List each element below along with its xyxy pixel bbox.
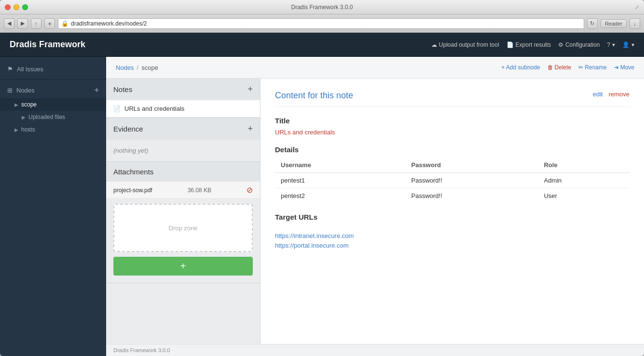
browser-window: Dradis Framework 3.0.0 ⤢ ◀ ▶ ↑ + 🔒 dradi… xyxy=(0,0,644,356)
back-button[interactable]: ◀ xyxy=(4,18,14,29)
export-label: Export results xyxy=(516,41,551,48)
drop-zone-label: Drop zone xyxy=(169,224,198,232)
app-body: ⚑ All issues ⊞ Nodes + ▶ scope xyxy=(0,57,644,356)
gear-icon: ⚙ xyxy=(558,41,563,48)
cell-username-1: pentest1 xyxy=(275,173,406,188)
refresh-button[interactable]: ↻ xyxy=(587,18,598,29)
content-pane: Nodes / scope + Add subnode 🗑 Delete ✏ R… xyxy=(106,57,644,356)
attachments-section-header[interactable]: Attachments xyxy=(106,162,260,182)
upload-btn[interactable]: + xyxy=(113,257,253,276)
breadcrumb-current: scope xyxy=(141,64,158,71)
app-brand: Dradis Framework xyxy=(10,40,422,50)
minimize-button[interactable] xyxy=(14,4,19,10)
sidebar-item-uploaded-files[interactable]: ▶ Uploaded files xyxy=(0,111,106,123)
note-item[interactable]: 📄 URLs and credentials xyxy=(106,100,260,118)
nodes-add-btn[interactable]: + xyxy=(95,86,99,94)
browser-toolbar: ◀ ▶ ↑ + 🔒 dradisframework.dev/nodes/2 ↻ … xyxy=(0,14,644,33)
export-icon: 📄 xyxy=(507,41,514,48)
ssl-icon: 🔒 xyxy=(61,20,69,27)
cell-role-1: Admin xyxy=(538,173,630,188)
note-edit-btn[interactable]: edit xyxy=(593,91,603,98)
maximize-button[interactable] xyxy=(22,4,28,10)
attachments-section: Attachments project-sow.pdf 36.08 KB ⊘ D… xyxy=(106,162,260,283)
title-label: Title xyxy=(275,117,630,125)
note-content-header: Content for this note edit remove xyxy=(275,91,630,107)
footer-label: Dradis Framework 3.0.0 xyxy=(113,347,170,353)
reader-button[interactable]: Reader xyxy=(601,19,627,28)
content-header: Nodes / scope + Add subnode 🗑 Delete ✏ R… xyxy=(106,57,644,79)
upload-icon: ☁ xyxy=(431,41,437,48)
note-header-actions: edit remove xyxy=(593,91,630,98)
target-urls-section: Target URLs https://intranet.insecure.co… xyxy=(275,213,630,249)
breadcrumb: Nodes / scope xyxy=(116,64,158,71)
app-navbar: Dradis Framework ☁ Upload output from to… xyxy=(0,33,644,57)
col-password: Password xyxy=(406,158,538,173)
cell-role-2: User xyxy=(538,188,630,204)
sidebar-hosts-label: hosts xyxy=(21,126,35,133)
app-footer: Dradis Framework 3.0.0 xyxy=(106,344,644,356)
move-icon: ➜ xyxy=(614,64,619,71)
breadcrumb-nodes[interactable]: Nodes xyxy=(116,64,134,71)
nodes-icon: ⊞ xyxy=(7,87,13,94)
right-panel: Content for this note edit remove Title … xyxy=(260,79,644,344)
two-pane-body: Notes + 📄 URLs and credentials xyxy=(106,79,644,344)
note-remove-btn[interactable]: remove xyxy=(609,91,630,98)
help-btn[interactable]: ? ▾ xyxy=(607,41,615,48)
left-panel-wrapper: Notes + 📄 URLs and credentials xyxy=(106,79,260,344)
table-row: pentest2 Password!! User xyxy=(275,188,630,204)
edit-icon: ✏ xyxy=(578,64,583,71)
configuration-btn[interactable]: ⚙ Configuration xyxy=(558,41,600,48)
details-section: Details Username Password Role xyxy=(275,145,630,203)
evidence-title: Evidence xyxy=(113,125,143,133)
upload-label: Upload output from tool xyxy=(439,41,499,48)
notes-section-header[interactable]: Notes + xyxy=(106,79,260,100)
col-username: Username xyxy=(275,158,406,173)
new-tab-button[interactable]: + xyxy=(44,18,55,29)
target-url-2[interactable]: https://portal.insecure.com xyxy=(275,242,630,249)
arrow-icon: ▶ xyxy=(14,127,18,132)
details-table: Username Password Role pentest1 Password… xyxy=(275,158,630,203)
upload-output-btn[interactable]: ☁ Upload output from tool xyxy=(431,41,499,48)
app-wrapper: Dradis Framework ☁ Upload output from to… xyxy=(0,33,644,356)
note-doc-icon: 📄 xyxy=(113,105,121,112)
trash-icon: 🗑 xyxy=(548,64,553,71)
table-row: pentest1 Password!! Admin xyxy=(275,173,630,188)
sidebar-all-issues[interactable]: ⚑ All issues xyxy=(0,62,106,77)
move-btn[interactable]: ➜ Move xyxy=(614,64,634,71)
evidence-add-btn[interactable]: + xyxy=(247,124,253,134)
evidence-section-header[interactable]: Evidence + xyxy=(106,118,260,140)
delete-btn[interactable]: 🗑 Delete xyxy=(548,64,572,71)
drop-zone[interactable]: Drop zone xyxy=(113,204,253,252)
evidence-section: Evidence + (nothing yet) xyxy=(106,118,260,162)
downloads-button[interactable]: ↓ xyxy=(630,18,640,29)
target-url-1[interactable]: https://intranet.insecure.com xyxy=(275,232,630,239)
address-bar[interactable]: 🔒 dradisframework.dev/nodes/2 xyxy=(58,18,584,29)
attachment-delete-btn[interactable]: ⊘ xyxy=(247,185,253,195)
sidebar-item-hosts[interactable]: ▶ hosts xyxy=(0,123,106,136)
sidebar-item-scope[interactable]: ▶ scope xyxy=(0,98,106,111)
user-icon: 👤 xyxy=(622,41,630,48)
attachment-name: project-sow.pdf xyxy=(113,187,152,194)
note-content-title: Content for this note xyxy=(275,91,353,101)
traffic-lights xyxy=(5,4,28,10)
cell-password-2: Password!! xyxy=(406,188,538,204)
issues-icon: ⚑ xyxy=(7,66,13,73)
add-subnode-btn[interactable]: + Add subnode xyxy=(501,64,540,71)
window-expand: ⤢ xyxy=(635,3,639,11)
sidebar-uploaded-label: Uploaded files xyxy=(28,114,65,120)
forward-button[interactable]: ▶ xyxy=(17,18,28,29)
sidebar-nodes-header[interactable]: ⊞ Nodes + xyxy=(0,82,106,98)
share-button[interactable]: ↑ xyxy=(31,18,41,29)
config-label: Configuration xyxy=(565,41,600,48)
navbar-actions: ☁ Upload output from tool 📄 Export resul… xyxy=(431,41,634,48)
notes-add-btn[interactable]: + xyxy=(247,84,253,94)
user-btn[interactable]: 👤 ▾ xyxy=(622,41,634,48)
attachment-item: project-sow.pdf 36.08 KB ⊘ xyxy=(106,182,260,199)
nodes-label: Nodes xyxy=(16,87,35,94)
rename-btn[interactable]: ✏ Rename xyxy=(578,64,606,71)
attachment-size: 36.08 KB xyxy=(188,187,211,194)
export-results-btn[interactable]: 📄 Export results xyxy=(507,41,551,48)
close-button[interactable] xyxy=(5,4,11,10)
evidence-empty: (nothing yet) xyxy=(106,140,260,161)
breadcrumb-separator: / xyxy=(137,64,139,71)
